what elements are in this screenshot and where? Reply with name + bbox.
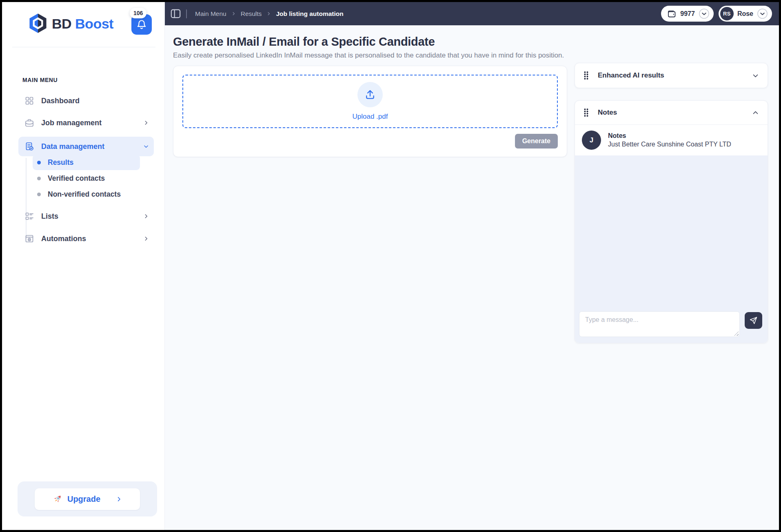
- chevron-down-icon: [143, 144, 149, 149]
- drag-handle-icon[interactable]: [584, 108, 589, 117]
- automation-window-icon: [24, 233, 35, 244]
- right-panel-column: Enhanced AI results: [575, 35, 768, 530]
- app-window: BD Boost 106 MAIN MENU Dashboar: [2, 2, 779, 530]
- paper-plane-icon: [749, 316, 758, 325]
- drag-handle-icon[interactable]: [584, 71, 589, 80]
- user-menu[interactable]: RS Rose: [719, 6, 772, 22]
- sidebar-item-dashboard[interactable]: Dashboard: [18, 91, 154, 111]
- page-subtitle: Easily create personalised LinkedIn InMa…: [173, 51, 567, 60]
- wallet-icon: [667, 9, 677, 19]
- breadcrumb-results[interactable]: Results: [241, 10, 262, 18]
- enhanced-ai-results-panel: Enhanced AI results: [575, 63, 768, 88]
- enhanced-ai-results-title: Enhanced AI results: [598, 71, 743, 80]
- upload-pdf-label: Upload .pdf: [353, 113, 388, 121]
- sidebar-subitem-label: Non-verified contacts: [48, 190, 121, 199]
- brand-bd: BD: [52, 16, 71, 31]
- chevron-up-icon[interactable]: [752, 109, 759, 116]
- message-input[interactable]: [579, 311, 740, 337]
- upgrade-card: Upgrade: [18, 481, 157, 516]
- user-avatar: RS: [720, 7, 734, 20]
- rocket-icon: [53, 494, 62, 504]
- sidebar-subitem-label: Results: [48, 158, 73, 167]
- chevron-right-icon: [143, 120, 149, 126]
- bell-icon: [136, 19, 147, 30]
- sidebar-item-lists[interactable]: Lists: [18, 206, 154, 226]
- upload-card: Upload .pdf Generate: [173, 66, 567, 157]
- sidebar-subitem-non-verified-contacts[interactable]: Non-verified contacts: [33, 186, 140, 202]
- main-area: Main Menu Results Job listing automation: [165, 2, 779, 530]
- sidebar-toggle-button[interactable]: [170, 8, 181, 19]
- send-message-button[interactable]: [745, 312, 762, 329]
- notes-panel-title: Notes: [598, 109, 743, 117]
- chevron-down-circle-icon: [699, 8, 710, 19]
- notifications-button[interactable]: 106: [131, 14, 152, 35]
- sidebar-item-label: Dashboard: [41, 97, 149, 105]
- bullet-dot-icon: [37, 177, 41, 180]
- credits-menu[interactable]: 9977: [661, 6, 714, 22]
- sidebar-subitem-verified-contacts[interactable]: Verified contacts: [33, 171, 140, 186]
- upgrade-label: Upgrade: [67, 494, 100, 504]
- upgrade-button[interactable]: Upgrade: [35, 488, 140, 510]
- breadcrumb-chevron-icon: [266, 11, 271, 16]
- notes-panel: Notes J Notes Just Better Care Sunshine …: [575, 100, 768, 343]
- generate-button[interactable]: Generate: [515, 134, 558, 149]
- sidebar-item-data-management[interactable]: Data management: [18, 137, 154, 156]
- breadcrumb: Main Menu Results Job listing automation: [195, 10, 344, 18]
- thread-title: Notes: [608, 132, 731, 140]
- sidebar-item-label: Lists: [41, 212, 137, 221]
- top-navbar: Main Menu Results Job listing automation: [165, 2, 779, 25]
- logo-row: BD Boost 106: [2, 2, 164, 45]
- sidebar-item-label: Data management: [41, 142, 137, 151]
- sidebar-item-label: Automations: [41, 235, 137, 243]
- breadcrumb-chevron-icon: [231, 11, 236, 16]
- bullet-dot-icon: [37, 193, 41, 196]
- sidebar-divider: [12, 47, 155, 47]
- briefcase-icon: [24, 117, 35, 128]
- breadcrumb-current: Job listing automation: [276, 10, 343, 18]
- chevron-right-icon: [143, 236, 149, 242]
- chevron-right-icon: [143, 213, 149, 219]
- message-composer: [575, 311, 768, 343]
- brand-boost: Boost: [75, 16, 113, 31]
- breadcrumb-separator-pipe: [186, 9, 187, 18]
- pdf-dropzone[interactable]: Upload .pdf: [182, 75, 558, 128]
- upload-icon-circle: [357, 82, 383, 107]
- chevron-down-icon[interactable]: [752, 72, 759, 79]
- thread-avatar: J: [582, 131, 601, 150]
- sidebar: BD Boost 106 MAIN MENU Dashboar: [2, 2, 165, 530]
- notification-count-badge: 106: [130, 8, 146, 18]
- document-check-icon: [24, 141, 35, 152]
- main-menu-label: MAIN MENU: [22, 77, 58, 83]
- dashboard-grid-icon: [24, 95, 35, 106]
- sidebar-subitem-results[interactable]: Results: [33, 155, 140, 170]
- bdboost-logo-icon: [27, 13, 49, 34]
- sidebar-item-job-management[interactable]: Job management: [18, 113, 154, 133]
- page-title: Generate InMail / Email for a Specific C…: [173, 35, 567, 49]
- chevron-down-circle-icon: [757, 8, 768, 19]
- credits-count: 9977: [680, 10, 695, 18]
- sidebar-item-label: Job management: [41, 119, 137, 127]
- sidebar-subitem-label: Verified contacts: [48, 174, 105, 183]
- checklist-icon: [24, 211, 35, 222]
- sidebar-item-automations[interactable]: Automations: [18, 229, 154, 248]
- brand-name: BD Boost: [52, 16, 113, 32]
- notes-chat-area: [575, 155, 768, 343]
- page-content: Generate InMail / Email for a Specific C…: [165, 25, 779, 530]
- breadcrumb-main-menu[interactable]: Main Menu: [195, 10, 226, 18]
- bullet-dot-icon: [37, 161, 41, 164]
- main-column: Generate InMail / Email for a Specific C…: [173, 35, 567, 530]
- user-name: Rose: [737, 10, 753, 18]
- thread-subtitle: Just Better Care Sunshine Coast PTY LTD: [608, 141, 731, 148]
- chevron-right-icon: [116, 496, 122, 502]
- notes-thread-item[interactable]: J Notes Just Better Care Sunshine Coast …: [575, 125, 768, 155]
- upload-arrow-icon: [364, 89, 376, 100]
